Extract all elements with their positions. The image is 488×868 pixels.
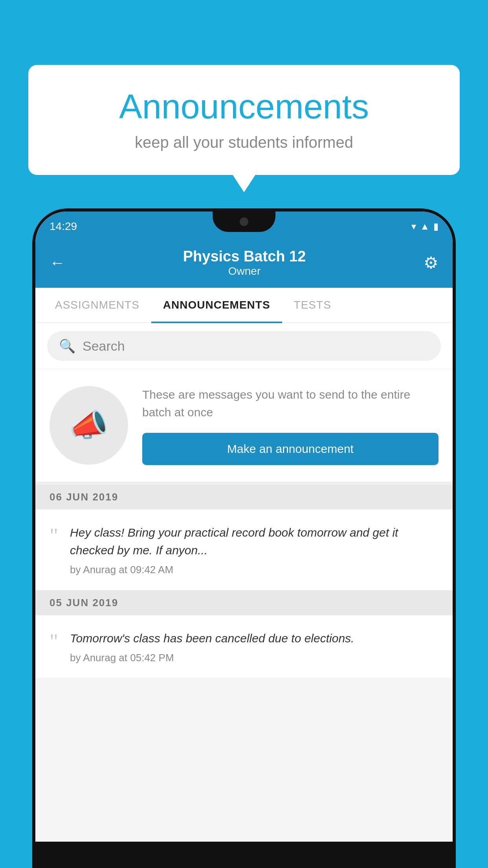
announcement-text-1: Hey class! Bring your practical record b… <box>70 524 438 559</box>
signal-icon: ▲ <box>420 221 429 232</box>
announcement-promo: 📣 These are messages you want to send to… <box>35 369 453 485</box>
date-separator-2: 05 JUN 2019 <box>35 590 453 615</box>
quote-icon-1: " <box>50 525 58 546</box>
speech-bubble-container: Announcements keep all your students inf… <box>28 65 460 175</box>
phone-inner: 14:29 ▾ ▲ ▮ ← Physics Batch 12 Owner ⚙ A… <box>35 211 453 842</box>
tab-announcements[interactable]: ANNOUNCEMENTS <box>151 288 282 322</box>
tab-assignments[interactable]: ASSIGNMENTS <box>43 288 151 322</box>
status-bar: 14:29 ▾ ▲ ▮ <box>35 211 453 241</box>
promo-icon-circle: 📣 <box>50 386 128 465</box>
gear-icon[interactable]: ⚙ <box>424 253 438 272</box>
date-separator-1: 06 JUN 2019 <box>35 485 453 509</box>
status-time: 14:29 <box>50 220 77 233</box>
announcement-text-2: Tomorrow's class has been cancelled due … <box>70 629 438 647</box>
search-icon: 🔍 <box>59 338 75 354</box>
status-icons: ▾ ▲ ▮ <box>411 221 438 232</box>
tabs-bar: ASSIGNMENTS ANNOUNCEMENTS TESTS <box>35 288 453 323</box>
announcement-content-2: Tomorrow's class has been cancelled due … <box>70 629 438 664</box>
announcement-author-2: by Anurag at 05:42 PM <box>70 652 438 664</box>
app-header: ← Physics Batch 12 Owner ⚙ <box>35 241 453 288</box>
search-bar[interactable]: 🔍 Search <box>47 331 441 361</box>
search-placeholder: Search <box>83 338 125 354</box>
make-announcement-button[interactable]: Make an announcement <box>142 433 438 465</box>
promo-description: These are messages you want to send to t… <box>142 386 438 421</box>
phone-screen: 🔍 Search 📣 These are messages you want t… <box>35 323 453 842</box>
quote-icon-2: " <box>50 631 58 652</box>
announcement-author-1: by Anurag at 09:42 AM <box>70 564 438 576</box>
megaphone-icon: 📣 <box>69 407 108 444</box>
search-bar-container: 🔍 Search <box>35 323 453 369</box>
wifi-icon: ▾ <box>411 221 416 232</box>
header-subtitle: Owner <box>65 265 424 278</box>
announcement-item-1: " Hey class! Bring your practical record… <box>35 509 453 590</box>
speech-bubble-subtitle: keep all your students informed <box>52 134 436 151</box>
tab-tests[interactable]: TESTS <box>282 288 343 322</box>
speech-bubble: Announcements keep all your students inf… <box>28 65 460 175</box>
phone-frame: 14:29 ▾ ▲ ▮ ← Physics Batch 12 Owner ⚙ A… <box>32 208 456 868</box>
camera-dot <box>240 217 248 226</box>
announcement-item-2: " Tomorrow's class has been cancelled du… <box>35 615 453 679</box>
announcement-content-1: Hey class! Bring your practical record b… <box>70 524 438 576</box>
speech-bubble-title: Announcements <box>52 86 436 127</box>
promo-text-block: These are messages you want to send to t… <box>142 386 438 465</box>
header-title-block: Physics Batch 12 Owner <box>65 248 424 278</box>
header-title: Physics Batch 12 <box>65 248 424 265</box>
battery-icon: ▮ <box>433 221 438 232</box>
phone-notch <box>213 211 275 232</box>
back-button[interactable]: ← <box>50 254 65 272</box>
